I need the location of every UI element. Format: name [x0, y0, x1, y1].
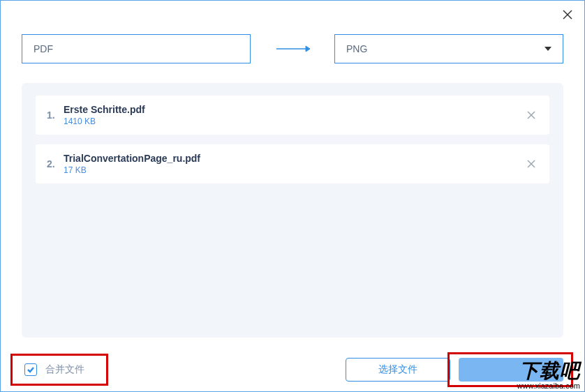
close-button[interactable] [561, 8, 575, 22]
primary-action-button[interactable] [459, 358, 563, 382]
file-meta: Erste Schritte.pdf 1410 KB [64, 104, 524, 126]
svg-marker-3 [306, 46, 310, 52]
file-size: 1410 KB [64, 116, 524, 126]
target-format-dropdown[interactable]: PNG [334, 34, 563, 63]
format-row: PDF PNG [1, 1, 584, 63]
arrow-icon [272, 45, 313, 53]
merge-files-control: 合并文件 [22, 359, 337, 380]
source-format-label: PDF [34, 43, 53, 54]
file-size: 17 KB [64, 165, 524, 175]
merge-files-label: 合并文件 [45, 363, 84, 376]
remove-file-button[interactable] [524, 157, 538, 171]
file-meta: TrialConvertationPage_ru.pdf 17 KB [64, 153, 524, 175]
file-index: 1. [47, 110, 64, 121]
chevron-down-icon [545, 47, 551, 51]
file-index: 2. [47, 158, 64, 169]
remove-file-button[interactable] [524, 108, 538, 122]
file-row: 1. Erste Schritte.pdf 1410 KB [36, 96, 549, 135]
bottom-bar: 合并文件 选择文件 [1, 358, 584, 382]
file-list-panel: 1. Erste Schritte.pdf 1410 KB 2. TrialCo… [22, 83, 563, 338]
target-format-label: PNG [346, 43, 367, 54]
select-file-button[interactable]: 选择文件 [346, 358, 450, 382]
watermark-url: www.xiazaiba.com [517, 382, 580, 390]
source-format-box: PDF [22, 34, 251, 63]
file-row: 2. TrialConvertationPage_ru.pdf 17 KB [36, 144, 549, 183]
select-file-label: 选择文件 [378, 363, 417, 376]
merge-files-checkbox[interactable] [24, 363, 37, 376]
file-name: Erste Schritte.pdf [64, 104, 524, 115]
file-name: TrialConvertationPage_ru.pdf [64, 153, 524, 164]
